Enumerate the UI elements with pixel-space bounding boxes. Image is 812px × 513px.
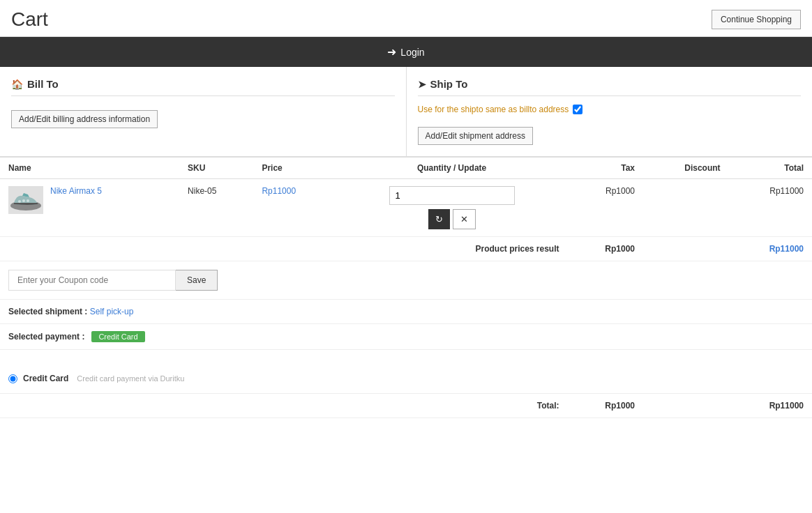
total-row: Total: Rp1000 Rp11000 bbox=[0, 394, 812, 418]
payment-option-row: Credit Card Credit card payment via Duri… bbox=[0, 364, 812, 394]
cart-table: Name SKU Price Quantity / Update Tax Dis… bbox=[0, 157, 812, 418]
ship-to-section: ➤ Ship To Use for the shipto same as bil… bbox=[407, 67, 813, 156]
header: Cart Continue Shopping bbox=[0, 0, 812, 37]
total-amount: Rp11000 bbox=[729, 394, 812, 418]
ship-to-heading: ➤ Ship To bbox=[418, 78, 802, 96]
coupon-input[interactable] bbox=[8, 270, 176, 291]
col-total: Total bbox=[729, 158, 812, 179]
quantity-actions: ↻ ✕ bbox=[428, 209, 476, 229]
table-header-row: Name SKU Price Quantity / Update Tax Dis… bbox=[0, 158, 812, 179]
payment-option-cell: Credit Card Credit card payment via Duri… bbox=[0, 364, 568, 394]
coupon-cell: Save bbox=[0, 261, 568, 300]
login-icon: ➜ bbox=[387, 45, 396, 59]
svg-point-2 bbox=[22, 199, 25, 202]
result-discount bbox=[643, 237, 729, 261]
login-label: Login bbox=[400, 47, 424, 58]
total-empty-cell bbox=[0, 394, 336, 418]
table-row: Nike Airmax 5 Nike-05 Rp11000 ↻ ✕ Rp1000 bbox=[0, 179, 812, 237]
shipment-discount-cell bbox=[643, 300, 729, 324]
shipment-tax-cell bbox=[568, 300, 644, 324]
coupon-total-cell bbox=[729, 261, 812, 300]
login-bar[interactable]: ➜ Login bbox=[0, 37, 812, 67]
continue-shopping-button[interactable]: Continue Shopping bbox=[712, 10, 801, 29]
payment-cell: Selected payment : Credit Card bbox=[0, 324, 568, 350]
payment-option-name: Credit Card bbox=[23, 374, 68, 383]
col-name: Name bbox=[0, 158, 179, 179]
svg-point-1 bbox=[18, 200, 21, 203]
quantity-refresh-button[interactable]: ↻ bbox=[428, 209, 450, 229]
product-quantity-cell: ↻ ✕ bbox=[336, 179, 568, 237]
quantity-input[interactable] bbox=[389, 186, 515, 205]
payment-option-tax-cell bbox=[568, 364, 644, 394]
shoe-svg bbox=[8, 186, 43, 214]
payment-option-total-cell bbox=[729, 364, 812, 394]
product-discount bbox=[643, 179, 729, 237]
total-label: Total: bbox=[336, 394, 568, 418]
total-discount-cell bbox=[643, 394, 729, 418]
product-total: Rp11000 bbox=[729, 179, 812, 237]
product-price: Rp11000 bbox=[253, 179, 336, 237]
result-total: Rp11000 bbox=[729, 237, 812, 261]
shipment-row: Selected shipment : Self pick-up bbox=[0, 300, 812, 324]
product-tax: Rp1000 bbox=[568, 179, 644, 237]
payment-discount-cell bbox=[643, 324, 729, 350]
coupon-row: Save bbox=[0, 261, 812, 300]
quantity-remove-button[interactable]: ✕ bbox=[453, 209, 476, 229]
col-sku: SKU bbox=[179, 158, 253, 179]
result-tax: Rp1000 bbox=[568, 237, 644, 261]
shipment-total-cell bbox=[729, 300, 812, 324]
bill-to-heading: 🏠 Bill To bbox=[11, 78, 395, 96]
coupon-discount-cell bbox=[643, 261, 729, 300]
payment-option-description: Credit card payment via Duritku bbox=[77, 374, 184, 383]
ship-same-label: Use for the shipto same as billto addres… bbox=[418, 105, 569, 114]
coupon-save-button[interactable]: Save bbox=[176, 270, 218, 291]
svg-point-3 bbox=[27, 199, 29, 202]
col-tax: Tax bbox=[568, 158, 644, 179]
page-title: Cart bbox=[11, 8, 48, 31]
product-sku: Nike-05 bbox=[179, 179, 253, 237]
bill-to-section: 🏠 Bill To Add/Edit billing address infor… bbox=[0, 67, 407, 156]
product-image bbox=[8, 186, 43, 214]
add-edit-shipment-button[interactable]: Add/Edit shipment address bbox=[418, 127, 533, 145]
shipment-cell: Selected shipment : Self pick-up bbox=[0, 300, 568, 324]
result-row: Product prices result Rp1000 Rp11000 bbox=[0, 237, 812, 261]
payment-row: Selected payment : Credit Card bbox=[0, 324, 812, 350]
payment-label: Selected payment : bbox=[8, 332, 84, 342]
payment-tax-cell bbox=[568, 324, 644, 350]
result-label-cell bbox=[0, 237, 336, 261]
send-icon: ➤ bbox=[418, 79, 426, 90]
col-quantity: Quantity / Update bbox=[336, 158, 568, 179]
coupon-tax-cell bbox=[568, 261, 644, 300]
ship-same-checkbox[interactable] bbox=[573, 105, 582, 114]
product-link[interactable]: Nike Airmax 5 bbox=[50, 186, 102, 196]
shipment-value: Self pick-up bbox=[90, 307, 134, 316]
credit-card-radio[interactable] bbox=[8, 374, 17, 383]
result-label: Product prices result bbox=[336, 237, 568, 261]
payment-badge: Credit Card bbox=[91, 331, 144, 342]
col-discount: Discount bbox=[643, 158, 729, 179]
payment-total-cell bbox=[729, 324, 812, 350]
add-edit-billing-button[interactable]: Add/Edit billing address information bbox=[11, 110, 158, 128]
spacer-row bbox=[0, 350, 812, 365]
address-section: 🏠 Bill To Add/Edit billing address infor… bbox=[0, 67, 812, 157]
home-icon: 🏠 bbox=[11, 79, 23, 90]
payment-option-discount-cell bbox=[643, 364, 729, 394]
shipment-label: Selected shipment : bbox=[8, 307, 87, 316]
col-price: Price bbox=[253, 158, 336, 179]
total-tax: Rp1000 bbox=[568, 394, 644, 418]
product-name-cell: Nike Airmax 5 bbox=[0, 179, 179, 237]
ship-same-as-bill-row: Use for the shipto same as billto addres… bbox=[418, 105, 802, 114]
